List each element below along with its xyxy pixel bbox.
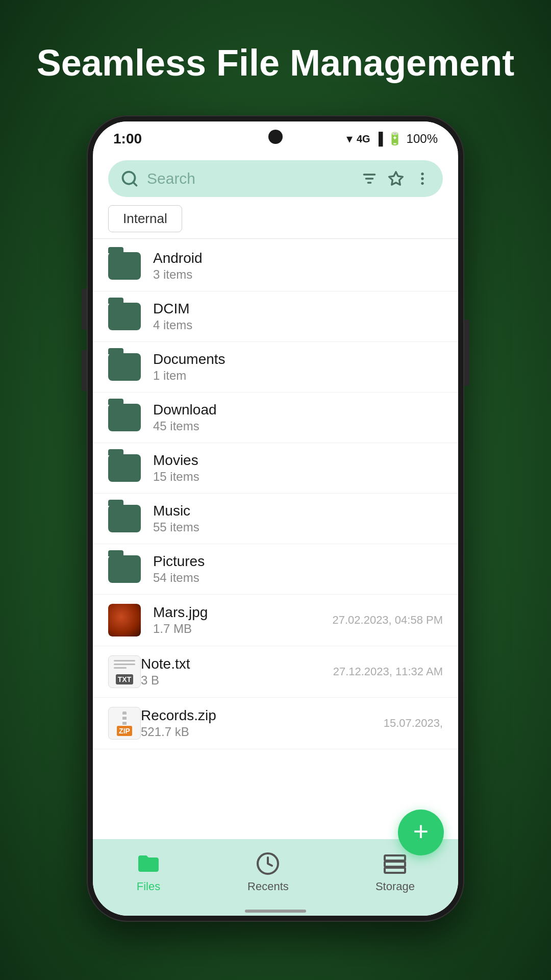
- search-bar[interactable]: Search: [108, 160, 443, 197]
- file-info: Android 3 items: [153, 250, 443, 282]
- search-actions: [361, 170, 431, 187]
- power-button: [464, 320, 469, 386]
- folder-meta: 45 items: [153, 419, 443, 433]
- svg-line-1: [133, 182, 137, 186]
- home-indicator: [245, 910, 306, 913]
- list-item[interactable]: Movies 15 items: [93, 443, 458, 494]
- file-info: DCIM 4 items: [153, 301, 443, 332]
- folder-meta: 1 item: [153, 369, 443, 383]
- list-item[interactable]: DCIM 4 items: [93, 291, 458, 342]
- txt-lines: [114, 660, 135, 671]
- phone-frame: 1:00 ▾ 4G ▐ 🔋 100% Search: [87, 115, 464, 922]
- svg-point-8: [421, 182, 423, 185]
- volume-down-button: [82, 350, 87, 391]
- file-info: Movies 15 items: [153, 452, 443, 484]
- svg-rect-10: [385, 855, 405, 861]
- file-name: Records.zip: [141, 707, 384, 724]
- status-icons: ▾ 4G ▐ 🔋 100%: [346, 132, 438, 146]
- phone-screen: 1:00 ▾ 4G ▐ 🔋 100% Search: [93, 121, 458, 916]
- txt-label: TXT: [116, 674, 133, 684]
- file-list: Android 3 items DCIM 4 items Documents 1…: [93, 241, 458, 839]
- file-info: Pictures 54 items: [153, 553, 443, 585]
- folder-meta: 15 items: [153, 470, 443, 484]
- folder-name: Music: [153, 503, 443, 519]
- folder-icon: [108, 555, 141, 583]
- folder-icon: [108, 353, 141, 381]
- internal-tab-container: Internal: [108, 205, 443, 232]
- add-fab-button[interactable]: +: [398, 810, 444, 855]
- camera-notch: [268, 130, 283, 144]
- status-bar: 1:00 ▾ 4G ▐ 🔋 100%: [93, 121, 458, 152]
- list-item[interactable]: Documents 1 item: [93, 342, 458, 393]
- txt-file-icon: TXT: [108, 655, 141, 688]
- folder-name: Download: [153, 402, 443, 418]
- folder-name: Pictures: [153, 553, 443, 570]
- nav-item-storage[interactable]: Storage: [375, 851, 415, 893]
- folder-icon: [108, 303, 141, 330]
- nav-item-recents[interactable]: Recents: [247, 851, 289, 893]
- internal-tab-button[interactable]: Internal: [108, 205, 182, 232]
- list-item[interactable]: Music 55 items: [93, 494, 458, 544]
- battery-percent: 100%: [407, 132, 438, 146]
- wifi-icon: ▾: [346, 132, 353, 146]
- status-time: 1:00: [113, 131, 142, 147]
- volume-up-button: [82, 289, 87, 330]
- file-name: Note.txt: [141, 656, 333, 672]
- list-item[interactable]: TXT Note.txt 3 B 27.12.2023, 11:32 AM: [93, 646, 458, 698]
- folder-meta: 54 items: [153, 571, 443, 585]
- file-meta: 1.7 MB: [153, 622, 333, 636]
- divider: [93, 238, 458, 239]
- file-info: Records.zip 521.7 kB: [141, 707, 384, 739]
- folder-meta: 4 items: [153, 318, 443, 332]
- folder-name: Documents: [153, 351, 443, 368]
- file-date: 27.02.2023, 04:58 PM: [333, 614, 443, 627]
- files-nav-icon: [136, 851, 161, 876]
- file-name: Mars.jpg: [153, 604, 333, 621]
- svg-marker-5: [389, 172, 403, 185]
- file-info: Documents 1 item: [153, 351, 443, 383]
- file-meta: 3 B: [141, 673, 333, 688]
- bottom-navigation: Files Recents Storage: [93, 839, 458, 916]
- svg-rect-12: [385, 868, 405, 873]
- folder-name: Android: [153, 250, 443, 266]
- folder-icon: [108, 505, 141, 532]
- page-hero-title: Seamless File Management: [6, 41, 545, 85]
- list-item[interactable]: Download 45 items: [93, 393, 458, 443]
- folder-icon: [108, 454, 141, 482]
- file-info: Music 55 items: [153, 503, 443, 534]
- file-info: Note.txt 3 B: [141, 656, 333, 688]
- file-date: 15.07.2023,: [384, 717, 443, 730]
- svg-rect-11: [385, 862, 405, 867]
- list-item[interactable]: Mars.jpg 1.7 MB 27.02.2023, 04:58 PM: [93, 595, 458, 646]
- nav-item-files[interactable]: Files: [136, 851, 161, 893]
- nav-label-files: Files: [137, 880, 160, 893]
- file-meta: 521.7 kB: [141, 725, 384, 739]
- filter-icon[interactable]: [361, 170, 378, 187]
- folder-meta: 55 items: [153, 520, 443, 534]
- svg-point-7: [421, 178, 423, 180]
- list-item[interactable]: Android 3 items: [93, 241, 458, 291]
- folder-meta: 3 items: [153, 267, 443, 282]
- search-placeholder: Search: [147, 170, 361, 187]
- nav-label-storage: Storage: [375, 880, 415, 893]
- folder-name: DCIM: [153, 301, 443, 317]
- mars-image: [108, 604, 141, 636]
- file-date: 27.12.2023, 11:32 AM: [333, 665, 443, 678]
- zip-file-icon: ZIP: [108, 707, 141, 740]
- add-icon: +: [413, 818, 429, 845]
- more-options-icon[interactable]: [414, 170, 431, 187]
- signal-bars-icon: ▐: [374, 132, 383, 146]
- file-info: Download 45 items: [153, 402, 443, 433]
- signal-4g: 4G: [357, 133, 370, 145]
- mars-thumbnail: [108, 604, 141, 636]
- list-item[interactable]: Pictures 54 items: [93, 544, 458, 595]
- zip-label: ZIP: [117, 726, 132, 736]
- folder-icon: [108, 404, 141, 431]
- list-item[interactable]: ZIP Records.zip 521.7 kB 15.07.2023,: [93, 698, 458, 749]
- recents-nav-icon: [256, 851, 280, 876]
- star-icon[interactable]: [388, 170, 404, 187]
- nav-label-recents: Recents: [247, 880, 289, 893]
- file-info: Mars.jpg 1.7 MB: [153, 604, 333, 636]
- folder-icon: [108, 252, 141, 280]
- svg-point-6: [421, 173, 423, 175]
